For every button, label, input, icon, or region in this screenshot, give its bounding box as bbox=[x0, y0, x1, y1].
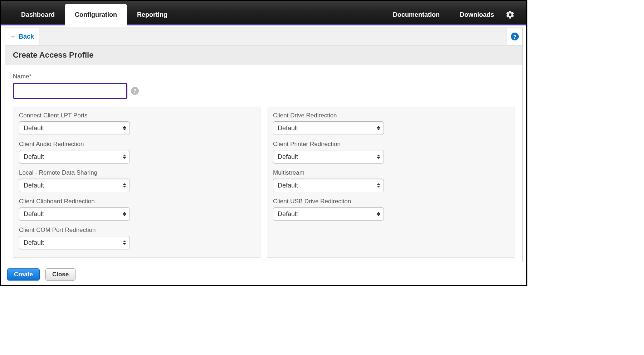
select-client_printer_redirection[interactable]: Default bbox=[273, 150, 384, 164]
top-navbar: Dashboard Configuration Reporting Docume… bbox=[1, 1, 526, 25]
form-group-client_audio_redirection: Client Audio RedirectionDefault bbox=[19, 141, 254, 164]
name-input[interactable] bbox=[13, 83, 127, 99]
select-client_usb_drive_redirection[interactable]: Default bbox=[273, 207, 384, 221]
select-client_com_port_redirection[interactable]: Default bbox=[19, 236, 130, 249]
form-group-local_remote_data_sharing: Local - Remote Data SharingDefault bbox=[19, 169, 254, 192]
nav-tab-documentation[interactable]: Documentation bbox=[383, 4, 450, 24]
form-group-connect_client_lpt_ports: Connect Client LPT PortsDefault bbox=[19, 112, 254, 135]
footer-actions: Create Close bbox=[2, 265, 525, 284]
label-client_printer_redirection: Client Printer Redirection bbox=[273, 141, 508, 148]
label-client_usb_drive_redirection: Client USB Drive Redirection bbox=[273, 198, 508, 205]
form-group-client_drive_redirection: Client Drive RedirectionDefault bbox=[273, 112, 508, 135]
select-client_clipboard_redirection[interactable]: Default bbox=[19, 207, 130, 221]
label-multistream: Multistream bbox=[273, 169, 508, 176]
create-button[interactable]: Create bbox=[7, 268, 40, 281]
help-button[interactable]: ? bbox=[507, 28, 522, 45]
label-client_com_port_redirection: Client COM Port Redirection bbox=[19, 227, 254, 234]
close-button[interactable]: Close bbox=[45, 268, 75, 281]
label-client_drive_redirection: Client Drive Redirection bbox=[273, 112, 508, 119]
nav-tab-downloads[interactable]: Downloads bbox=[450, 4, 504, 24]
select-multistream[interactable]: Default bbox=[273, 179, 384, 192]
page-title: Create Access Profile bbox=[5, 45, 522, 65]
label-connect_client_lpt_ports: Connect Client LPT Ports bbox=[19, 112, 254, 119]
gear-icon[interactable] bbox=[504, 10, 516, 24]
name-label: Name* bbox=[13, 73, 514, 80]
arrow-left-icon: ← bbox=[10, 33, 16, 40]
nav-tab-configuration[interactable]: Configuration bbox=[65, 4, 127, 25]
nav-tab-reporting[interactable]: Reporting bbox=[127, 4, 177, 24]
back-button[interactable]: ← Back bbox=[5, 28, 39, 45]
settings-column-right: Client Drive RedirectionDefaultClient Pr… bbox=[267, 107, 514, 258]
form-group-multistream: MultistreamDefault bbox=[273, 169, 508, 192]
name-hint-icon[interactable]: ? bbox=[131, 87, 139, 95]
nav-tab-dashboard[interactable]: Dashboard bbox=[11, 4, 65, 24]
back-button-label: Back bbox=[19, 33, 34, 40]
select-connect_client_lpt_ports[interactable]: Default bbox=[19, 121, 130, 135]
form-group-client_printer_redirection: Client Printer RedirectionDefault bbox=[273, 141, 508, 164]
label-client_audio_redirection: Client Audio Redirection bbox=[19, 141, 254, 148]
subbar: ← Back ? bbox=[5, 28, 523, 45]
form-group-client_com_port_redirection: Client COM Port RedirectionDefault bbox=[19, 227, 254, 249]
label-client_clipboard_redirection: Client Clipboard Redirection bbox=[19, 198, 254, 205]
main-panel: Create Access Profile Name* ? Connect Cl… bbox=[5, 45, 523, 262]
select-client_drive_redirection[interactable]: Default bbox=[273, 121, 384, 135]
label-local_remote_data_sharing: Local - Remote Data Sharing bbox=[19, 169, 254, 176]
select-local_remote_data_sharing[interactable]: Default bbox=[19, 179, 130, 192]
form-group-client_usb_drive_redirection: Client USB Drive RedirectionDefault bbox=[273, 198, 508, 221]
help-icon: ? bbox=[511, 33, 519, 40]
select-client_audio_redirection[interactable]: Default bbox=[19, 150, 130, 164]
form-group-client_clipboard_redirection: Client Clipboard RedirectionDefault bbox=[19, 198, 254, 221]
settings-column-left: Connect Client LPT PortsDefaultClient Au… bbox=[13, 107, 260, 258]
